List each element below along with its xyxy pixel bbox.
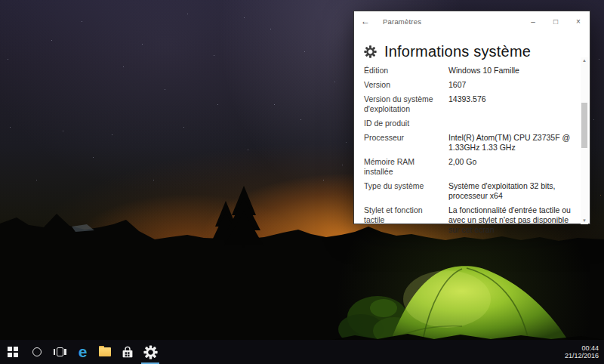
back-button[interactable]: ←: [354, 16, 377, 26]
settings-window: ← Paramètres – □ ×: [353, 11, 590, 224]
system-info-list: Édition Windows 10 Famille Version 1607 …: [364, 66, 572, 235]
row-value: La fonctionnalité d'entrée tactile ou av…: [448, 205, 572, 235]
gear-icon: [364, 45, 377, 58]
info-row-product-id: ID de produit: [364, 119, 572, 128]
row-value: 1607: [448, 80, 572, 90]
gear-icon: [143, 345, 158, 359]
row-value: 2,00 Go: [448, 157, 572, 177]
info-row-ram: Mémoire RAM installée 2,00 Go: [364, 157, 572, 177]
page-title: Informations système: [384, 43, 531, 60]
edge-icon: e: [79, 344, 87, 359]
settings-button-active[interactable]: [139, 340, 162, 364]
taskbar-clock[interactable]: 00:44 21/12/2016: [565, 344, 604, 360]
cortana-button[interactable]: [26, 340, 48, 364]
clock-time: 00:44: [565, 344, 599, 353]
info-row-system-type: Type du système Système d'exploitation 3…: [364, 181, 572, 201]
scrollbar[interactable]: ▲ ▼: [581, 57, 588, 224]
row-label: Édition: [364, 66, 448, 76]
window-titlebar[interactable]: ← Paramètres – □ ×: [354, 11, 590, 31]
row-label: Type du système: [364, 181, 448, 201]
scrollbar-thumb[interactable]: [581, 103, 587, 148]
windows-logo-icon: [8, 347, 18, 357]
row-value: Système d'exploitation 32 bits, processe…: [448, 181, 572, 201]
edge-button[interactable]: e: [71, 340, 94, 364]
row-label: Stylet et fonction tactile: [364, 205, 448, 235]
clock-date: 21/12/2016: [565, 352, 599, 360]
info-row-edition: Édition Windows 10 Famille: [364, 66, 572, 76]
file-explorer-button[interactable]: [94, 340, 116, 364]
store-bag-icon: [121, 345, 134, 359]
row-value: [448, 119, 572, 128]
info-row-os-build: Version du système d'exploitation 14393.…: [364, 94, 572, 114]
info-row-processor: Processeur Intel(R) Atom(TM) CPU Z3735F …: [364, 133, 572, 153]
start-button[interactable]: [0, 340, 26, 364]
cortana-circle-icon: [32, 347, 42, 356]
window-controls: – □ ×: [522, 11, 590, 31]
row-value: Windows 10 Famille: [448, 66, 572, 76]
scroll-up-icon[interactable]: ▲: [581, 57, 588, 64]
trees-silhouette: [212, 186, 263, 248]
row-label: Version du système d'exploitation: [364, 94, 448, 114]
maximize-button[interactable]: □: [544, 11, 567, 31]
info-row-pen-touch: Stylet et fonction tactile La fonctionna…: [364, 205, 572, 235]
window-title: Paramètres: [383, 17, 421, 26]
row-label: Mémoire RAM installée: [364, 157, 448, 177]
row-label: Processeur: [364, 133, 448, 153]
info-row-version: Version 1607: [364, 80, 572, 90]
minimize-button[interactable]: –: [522, 11, 544, 31]
folder-icon: [99, 347, 111, 356]
taskbar: e: [0, 340, 604, 364]
task-view-icon: [54, 347, 66, 356]
row-value: Intel(R) Atom(TM) CPU Z3735F @ 1.33GHz 1…: [448, 133, 572, 153]
row-value: 14393.576: [448, 94, 572, 114]
store-button[interactable]: [116, 340, 139, 364]
scroll-down-icon[interactable]: ▼: [581, 217, 588, 224]
screen: ← Paramètres – □ ×: [0, 0, 604, 364]
row-label: Version: [364, 80, 448, 90]
close-button[interactable]: ×: [567, 11, 590, 31]
page-heading: Informations système: [364, 43, 531, 60]
row-label: ID de produit: [364, 119, 448, 128]
task-view-button[interactable]: [48, 340, 71, 364]
